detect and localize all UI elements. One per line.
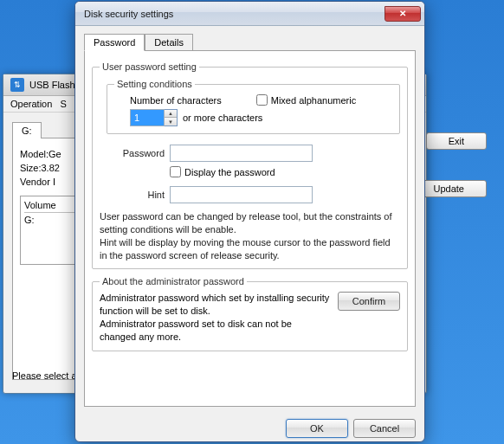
exit-button[interactable]: Exit — [426, 132, 487, 150]
dialog-close-button[interactable]: ✕ — [384, 6, 421, 22]
tab-details[interactable]: Details — [145, 34, 193, 51]
dialog-title: Disk security settings — [84, 9, 384, 19]
cancel-button[interactable]: Cancel — [353, 419, 416, 438]
dialog-title-bar[interactable]: Disk security settings ✕ — [75, 2, 424, 26]
display-password-label[interactable]: Display the password — [170, 166, 275, 177]
legend-conditions: Setting conditions — [114, 79, 195, 89]
label-password: Password — [100, 148, 165, 158]
admin-help-text: Administrator password which set by inst… — [100, 292, 331, 343]
num-characters-input[interactable] — [130, 109, 165, 126]
bg-status-text: Please select a — [12, 370, 77, 381]
group-user-password: User password setting Setting conditions… — [92, 61, 408, 269]
disk-security-dialog: Disk security settings ✕ Password Detail… — [74, 1, 425, 442]
confirm-button[interactable]: Confirm — [338, 292, 400, 311]
spinner-down-icon[interactable]: ▼ — [165, 118, 177, 125]
dialog-body: Password Details User password setting S… — [75, 26, 424, 415]
mixed-alpha-text: Mixed alphanumeric — [271, 95, 356, 106]
usb-icon: ⇅ — [10, 78, 24, 92]
password-input[interactable] — [170, 145, 313, 162]
user-password-help: User password can be changed by release … — [100, 210, 400, 261]
dialog-footer: OK Cancel — [75, 415, 424, 441]
tab-password[interactable]: Password — [84, 34, 145, 51]
label-hint: Hint — [100, 190, 165, 200]
label-num-characters: Number of characters — [130, 95, 222, 106]
mixed-alpha-checkbox[interactable] — [256, 94, 268, 106]
group-admin-password: About the administrator password Adminis… — [92, 276, 408, 351]
label-or-more: or more characters — [183, 113, 262, 123]
legend-user-password: User password setting — [100, 61, 199, 72]
mixed-alpha-label[interactable]: Mixed alphanumeric — [256, 94, 356, 106]
menu-truncated[interactable]: S — [60, 99, 66, 109]
bg-drive-tab[interactable]: G: — [12, 122, 42, 138]
menu-operation[interactable]: Operation — [10, 99, 52, 109]
legend-admin: About the administrator password — [100, 276, 247, 286]
display-password-text: Display the password — [184, 167, 275, 177]
tab-bar: Password Details — [84, 34, 416, 51]
group-setting-conditions: Setting conditions Number of characters … — [107, 79, 400, 134]
hint-input[interactable] — [170, 186, 313, 203]
tab-panel-password: User password setting Setting conditions… — [84, 50, 416, 407]
display-password-checkbox[interactable] — [170, 166, 181, 177]
spinner-up-icon[interactable]: ▲ — [165, 110, 177, 118]
num-characters-spinner[interactable]: ▲ ▼ — [130, 109, 178, 126]
ok-button[interactable]: OK — [286, 419, 348, 438]
